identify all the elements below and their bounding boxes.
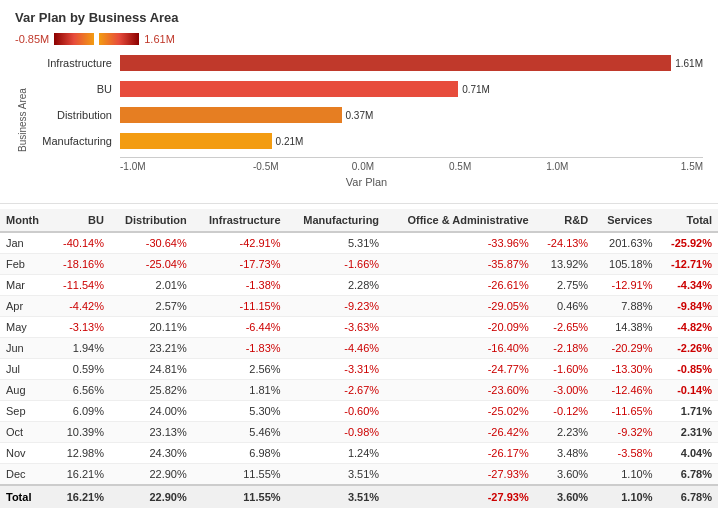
cell-bu: 1.94%	[51, 338, 110, 359]
bar-value-manufacturing: 0.21M	[276, 136, 304, 147]
cell-total: -12.71%	[658, 254, 718, 275]
cell-bu: -40.14%	[51, 232, 110, 254]
cell-bu: 6.56%	[51, 380, 110, 401]
table-row: Feb -18.16% -25.04% -17.73% -1.66% -35.8…	[0, 254, 718, 275]
table-row: Aug 6.56% 25.82% 1.81% -2.67% -23.60% -3…	[0, 380, 718, 401]
bar-area-distribution: 0.37M	[120, 105, 703, 125]
table-row: Dec 16.21% 22.90% 11.55% 3.51% -27.93% 3…	[0, 464, 718, 486]
cell-total: -25.92%	[658, 232, 718, 254]
cell-dist: -25.04%	[110, 254, 193, 275]
table-row: Nov 12.98% 24.30% 6.98% 1.24% -26.17% 3.…	[0, 443, 718, 464]
cell-oa: -16.40%	[385, 338, 535, 359]
cell-svc: -12.91%	[594, 275, 658, 296]
col-services: Services	[594, 209, 658, 232]
cell-dist: 20.11%	[110, 317, 193, 338]
cell-infra: 5.46%	[193, 422, 287, 443]
cell-mfg: 3.51%	[287, 464, 386, 486]
cell-total: 6.78%	[658, 464, 718, 486]
x-tick-2: -0.5M	[217, 161, 314, 172]
table-row: Sep 6.09% 24.00% 5.30% -0.60% -25.02% -0…	[0, 401, 718, 422]
cell-dist: 22.90%	[110, 464, 193, 486]
col-bu: BU	[51, 209, 110, 232]
cell-rd: 3.48%	[535, 443, 594, 464]
cell-rd: 2.23%	[535, 422, 594, 443]
cell-infra: -17.73%	[193, 254, 287, 275]
cell-infra: -11.15%	[193, 296, 287, 317]
legend-neg-label: -0.85M	[15, 33, 49, 45]
cell-mfg: 2.28%	[287, 275, 386, 296]
cell-month: Sep	[0, 401, 51, 422]
cell-mfg: -3.31%	[287, 359, 386, 380]
table-row: Apr -4.42% 2.57% -11.15% -9.23% -29.05% …	[0, 296, 718, 317]
cell-oa: -23.60%	[385, 380, 535, 401]
bar-value-distribution: 0.37M	[346, 110, 374, 121]
cell-mfg: 5.31%	[287, 232, 386, 254]
cell-mfg: -4.46%	[287, 338, 386, 359]
cell-oa: -20.09%	[385, 317, 535, 338]
y-axis-label: Business Area	[15, 53, 30, 188]
cell-total: -4.82%	[658, 317, 718, 338]
col-manufacturing: Manufacturing	[287, 209, 386, 232]
cell-rd: -24.13%	[535, 232, 594, 254]
cell-dist: 25.82%	[110, 380, 193, 401]
bar-row-bu: BU 0.71M	[30, 79, 703, 99]
cell-month: Jan	[0, 232, 51, 254]
cell-oa: -25.02%	[385, 401, 535, 422]
cell-infra: 5.30%	[193, 401, 287, 422]
footer-svc: 1.10%	[594, 485, 658, 508]
bar-area-manufacturing: 0.21M	[120, 131, 703, 151]
cell-dist: 24.00%	[110, 401, 193, 422]
x-tick-3: 0.0M	[314, 161, 411, 172]
cell-oa: -26.42%	[385, 422, 535, 443]
cell-month: Jun	[0, 338, 51, 359]
cell-dist: 2.01%	[110, 275, 193, 296]
bar-value-bu: 0.71M	[462, 84, 490, 95]
cell-infra: -1.83%	[193, 338, 287, 359]
cell-total: -9.84%	[658, 296, 718, 317]
col-rd: R&D	[535, 209, 594, 232]
footer-total: 6.78%	[658, 485, 718, 508]
chart-inner: Infrastructure 1.61M BU 0.71M	[30, 53, 703, 188]
cell-oa: -24.77%	[385, 359, 535, 380]
bar-row-distribution: Distribution 0.37M	[30, 105, 703, 125]
cell-bu: 0.59%	[51, 359, 110, 380]
cell-bu: -11.54%	[51, 275, 110, 296]
cell-month: Dec	[0, 464, 51, 486]
cell-total: 2.31%	[658, 422, 718, 443]
cell-rd: -3.00%	[535, 380, 594, 401]
cell-svc: -13.30%	[594, 359, 658, 380]
cell-rd: -0.12%	[535, 401, 594, 422]
cell-infra: -6.44%	[193, 317, 287, 338]
x-axis-ticks: -1.0M -0.5M 0.0M 0.5M 1.0M 1.5M	[120, 157, 703, 172]
cell-total: -4.34%	[658, 275, 718, 296]
cell-month: Aug	[0, 380, 51, 401]
cell-mfg: -1.66%	[287, 254, 386, 275]
table-row: Mar -11.54% 2.01% -1.38% 2.28% -26.61% 2…	[0, 275, 718, 296]
cell-svc: -11.65%	[594, 401, 658, 422]
cell-rd: -2.18%	[535, 338, 594, 359]
cell-mfg: -0.60%	[287, 401, 386, 422]
cell-mfg: 1.24%	[287, 443, 386, 464]
bar-area-infrastructure: 1.61M	[120, 53, 703, 73]
bar-chart: Infrastructure 1.61M BU 0.71M	[30, 53, 703, 151]
bar-row-manufacturing: Manufacturing 0.21M	[30, 131, 703, 151]
cell-mfg: -9.23%	[287, 296, 386, 317]
cell-svc: 14.38%	[594, 317, 658, 338]
x-tick-5: 1.0M	[509, 161, 606, 172]
table-section: Month BU Distribution Infrastructure Man…	[0, 204, 718, 513]
table-row: Jun 1.94% 23.21% -1.83% -4.46% -16.40% -…	[0, 338, 718, 359]
chart-title: Var Plan by Business Area	[15, 10, 703, 25]
cell-mfg: -2.67%	[287, 380, 386, 401]
col-distribution: Distribution	[110, 209, 193, 232]
cell-infra: 2.56%	[193, 359, 287, 380]
cell-total: -0.14%	[658, 380, 718, 401]
cell-rd: 2.75%	[535, 275, 594, 296]
legend-bar-negative	[54, 33, 94, 45]
cell-month: Mar	[0, 275, 51, 296]
bar-area-bu: 0.71M	[120, 79, 703, 99]
cell-oa: -35.87%	[385, 254, 535, 275]
cell-dist: 24.30%	[110, 443, 193, 464]
bar-row-infrastructure: Infrastructure 1.61M	[30, 53, 703, 73]
table-row: May -3.13% 20.11% -6.44% -3.63% -20.09% …	[0, 317, 718, 338]
cell-month: Apr	[0, 296, 51, 317]
